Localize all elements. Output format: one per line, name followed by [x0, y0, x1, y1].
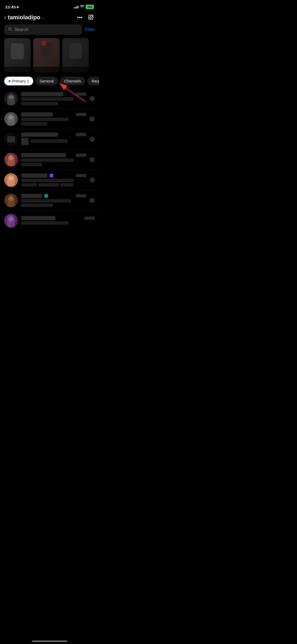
status-icons: 100: [74, 5, 94, 9]
chat-time: [76, 113, 86, 116]
chat-time: [76, 174, 86, 177]
chat-message-line2: [21, 163, 42, 166]
chat-content: [21, 132, 86, 146]
more-options-button[interactable]: •••: [77, 15, 83, 21]
chat-message-line4: [60, 183, 73, 187]
search-placeholder: Search: [14, 27, 29, 32]
chat-list: [0, 89, 99, 231]
chat-content: [21, 92, 86, 105]
chat-avatar: [4, 92, 18, 105]
chat-badge: [89, 157, 95, 162]
chat-item[interactable]: [0, 150, 99, 170]
tab-general-label: General: [40, 79, 54, 83]
svg-rect-0: [89, 15, 93, 19]
teal-emoji-icon: [44, 194, 48, 198]
chat-time: [76, 93, 86, 96]
chat-avatar: [4, 194, 18, 207]
tab-dot-icon: [8, 80, 11, 82]
chat-avatar: [4, 132, 18, 146]
chat-message-line1: [21, 199, 71, 203]
tab-primary-label: Primary 1: [12, 79, 29, 83]
chat-badge: [89, 96, 95, 101]
status-time: 23:45 ▶: [5, 5, 19, 9]
header-left: ‹ tamioladipo ⌄: [4, 14, 45, 21]
status-bar: 23:45 ▶ 100: [0, 0, 99, 12]
story-item[interactable]: [62, 38, 89, 72]
search-icon: [8, 27, 12, 32]
chat-message-line2: [21, 183, 37, 187]
svg-line-2: [11, 30, 12, 31]
chat-name: [21, 132, 58, 137]
time-label: 23:45: [5, 5, 16, 9]
page-title: tamioladipo: [8, 14, 40, 21]
wifi-icon: [80, 5, 84, 9]
chat-message-line1: [21, 118, 69, 121]
stories-row[interactable]: [0, 38, 99, 77]
chat-message-line2: [21, 204, 53, 207]
chat-name: [21, 92, 63, 96]
header-right: •••: [77, 14, 95, 21]
chat-time: [76, 154, 86, 157]
chat-content: [21, 216, 95, 226]
filter-button[interactable]: Filter: [85, 27, 95, 32]
chat-badge: [89, 116, 95, 122]
location-icon: ▶: [17, 5, 19, 9]
chat-message-line1: [21, 221, 69, 225]
chat-item[interactable]: [0, 190, 99, 211]
battery-indicator: 100: [86, 5, 94, 9]
chat-name: [21, 194, 42, 198]
chat-badge: [89, 177, 95, 183]
chat-message-line2: [21, 102, 58, 105]
chat-item[interactable]: [0, 109, 99, 129]
chat-message-line3: [38, 183, 59, 187]
tab-requests-label: Requests: [92, 79, 99, 83]
chat-item[interactable]: [0, 129, 99, 150]
chat-item[interactable]: [0, 211, 99, 231]
story-item[interactable]: [33, 38, 60, 72]
chat-time: [76, 194, 86, 197]
tab-channels-label: Channels: [64, 79, 81, 83]
chat-badge: [89, 137, 95, 142]
chat-name: [21, 112, 53, 117]
chat-name: [21, 216, 55, 220]
chat-avatar: [4, 153, 18, 167]
chat-content: [21, 173, 86, 187]
search-bar[interactable]: Search: [4, 24, 82, 35]
chat-content: [21, 112, 86, 126]
search-container: Search Filter: [0, 24, 99, 38]
signal-icon: [74, 5, 78, 8]
chat-message-line1: [21, 179, 74, 182]
chat-name: [21, 173, 48, 178]
chat-time: [84, 217, 95, 220]
chat-item[interactable]: [0, 89, 99, 109]
story-item[interactable]: [4, 38, 31, 72]
tab-primary[interactable]: Primary 1: [4, 77, 33, 85]
chat-avatar: [4, 214, 18, 228]
chat-badge: [89, 198, 95, 203]
tab-requests[interactable]: Requests: [87, 77, 99, 85]
chat-message-line1: [31, 139, 68, 143]
chat-time: [76, 133, 86, 136]
compose-button[interactable]: [87, 14, 95, 21]
back-button[interactable]: ‹: [4, 14, 6, 21]
header: ‹ tamioladipo ⌄ •••: [0, 12, 99, 24]
chat-avatar: [4, 112, 18, 126]
dropdown-icon[interactable]: ⌄: [41, 15, 45, 20]
tabs-container: Primary 1 General Channels Requests: [0, 77, 99, 89]
chat-content: [21, 153, 86, 166]
tab-general[interactable]: General: [35, 77, 58, 85]
chat-message-line1: [21, 158, 74, 162]
chat-message-line2: [21, 122, 48, 126]
chat-item[interactable]: [0, 170, 99, 190]
chat-content: [21, 194, 86, 207]
chat-name: [21, 153, 66, 157]
chat-avatar: [4, 173, 18, 187]
tab-channels[interactable]: Channels: [60, 77, 85, 85]
purple-emoji-icon: [50, 174, 53, 177]
chat-message-line1: [21, 97, 74, 101]
